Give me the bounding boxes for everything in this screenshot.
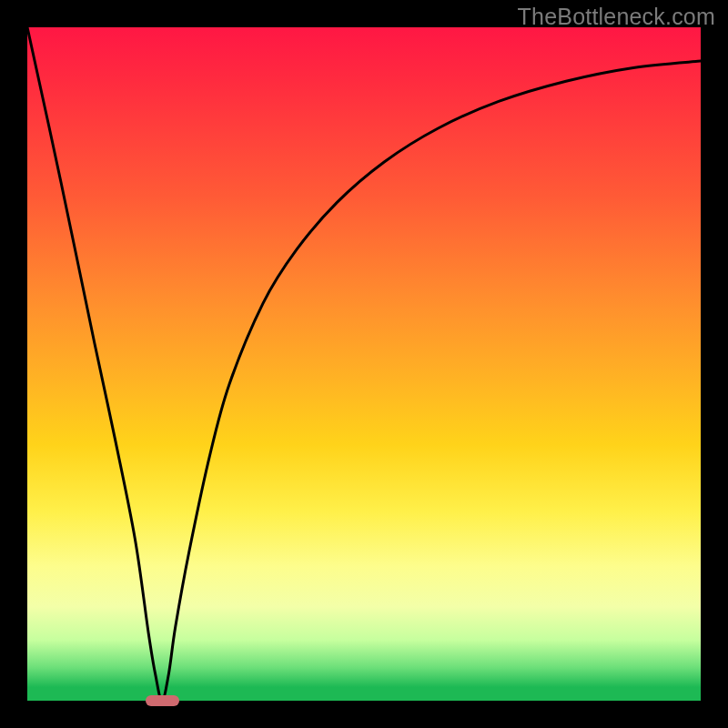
watermark-text: TheBottleneck.com: [518, 4, 715, 30]
chart-frame: TheBottleneck.com: [0, 0, 728, 728]
bottleneck-curve: [27, 27, 701, 701]
plot-area: [27, 27, 701, 701]
optimal-marker: [146, 695, 179, 706]
curve-path: [27, 27, 701, 701]
